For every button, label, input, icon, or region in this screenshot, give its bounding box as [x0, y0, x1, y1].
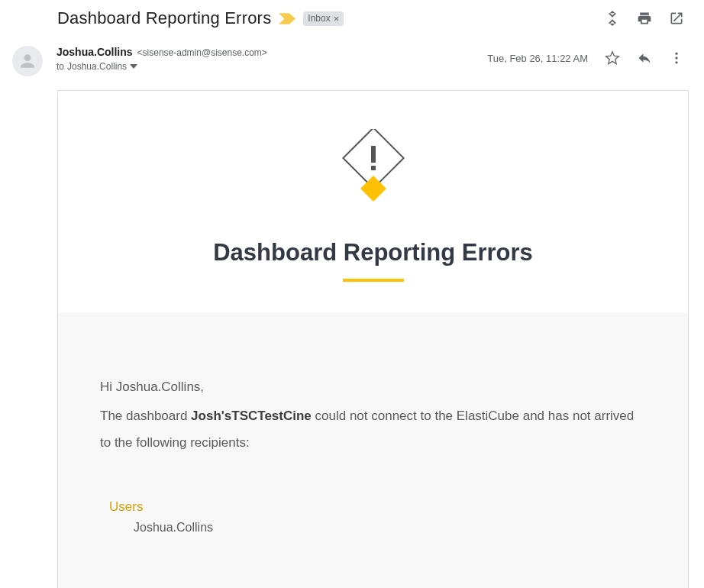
star-icon[interactable]	[600, 46, 625, 70]
subject-row: Dashboard Reporting Errors Inbox ×	[0, 0, 704, 46]
email-content: Hi Joshua.Collins, The dashboard Josh'sT…	[58, 312, 688, 588]
open-new-window-icon[interactable]	[664, 6, 689, 31]
importance-marker-icon[interactable]	[279, 13, 295, 24]
recipient-line[interactable]: to Joshua.Collins	[57, 61, 487, 72]
sender-name: Joshua.Collins	[57, 46, 133, 58]
greeting: Hi Joshua.Collins,	[100, 373, 646, 401]
to-recipient: Joshua.Collins	[67, 61, 127, 72]
sender-block: Joshua.Collins <sisense-admin@sisense.co…	[57, 46, 487, 72]
inbox-label-chip[interactable]: Inbox ×	[303, 11, 344, 26]
print-icon[interactable]	[632, 6, 657, 31]
email-hero: Dashboard Reporting Errors	[58, 91, 688, 312]
users-heading: Users	[109, 499, 646, 515]
users-list: Joshua.Collins	[100, 521, 646, 535]
svg-rect-6	[371, 166, 376, 170]
email-subject: Dashboard Reporting Errors	[57, 8, 271, 28]
svg-point-1	[675, 57, 677, 59]
remove-label-icon[interactable]: ×	[334, 13, 340, 24]
email-body-wrapper: Dashboard Reporting Errors Hi Joshua.Col…	[0, 82, 704, 588]
error-message: The dashboard Josh'sTSCTestCine could no…	[100, 402, 646, 457]
sender-email: <sisense-admin@sisense.com>	[137, 47, 267, 58]
more-icon[interactable]	[664, 46, 689, 70]
svg-rect-5	[371, 146, 376, 163]
hero-underline	[343, 279, 404, 282]
msg-before: The dashboard	[100, 409, 191, 423]
user-item: Joshua.Collins	[134, 521, 646, 535]
svg-point-2	[675, 61, 677, 63]
show-details-dropdown-icon[interactable]	[130, 63, 137, 70]
email-body: Dashboard Reporting Errors Hi Joshua.Col…	[57, 90, 689, 588]
svg-point-0	[675, 53, 677, 55]
sender-avatar[interactable]	[12, 46, 43, 76]
message-header: Joshua.Collins <sisense-admin@sisense.co…	[0, 46, 704, 82]
email-hero-title: Dashboard Reporting Errors	[81, 239, 665, 267]
timestamp: Tue, Feb 26, 11:22 AM	[487, 53, 588, 64]
message-actions: Tue, Feb 26, 11:22 AM	[487, 46, 689, 70]
collapse-all-icon[interactable]	[600, 6, 625, 31]
to-prefix: to	[57, 61, 64, 72]
inbox-label-text: Inbox	[308, 13, 330, 24]
alert-diamond-icon	[335, 129, 412, 213]
dashboard-name: Josh'sTSCTestCine	[191, 409, 312, 423]
reply-icon[interactable]	[632, 46, 657, 70]
